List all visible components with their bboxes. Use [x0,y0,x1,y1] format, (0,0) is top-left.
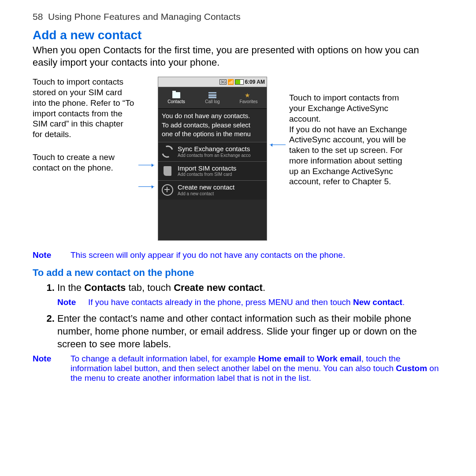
figure-row: Touch to import contacts stored on your … [33,77,443,240]
battery-icon [235,79,244,85]
tab-favorites[interactable]: ★ Favorites [231,87,267,108]
tab-call-log[interactable]: Call log [194,87,231,108]
3g-icon: 3G [219,79,227,85]
list-icon [208,92,216,98]
step1-note: Note If you have contacts already in the… [57,297,443,308]
section-intro: When you open Contacts for the first tim… [33,44,443,69]
plus-icon [162,184,173,196]
s1-mid: tab, touch [126,282,174,293]
note-label: Note [33,250,57,260]
opt-title: Import SIM contacts [178,165,236,172]
step-2: Enter the contact’s name and other conta… [57,312,443,350]
leader-line [270,145,286,145]
star-icon: ★ [245,92,253,98]
tab-contacts[interactable]: Contacts [158,87,194,108]
status-bar: 3G 📶 6:09 AM [158,77,267,87]
note-text: This screen will only appear if you do n… [71,250,345,260]
empty-l1: You do not have any contacts. [162,112,263,120]
option-sync-exchange[interactable]: Sync Exchange contacts Add contacts from… [158,142,267,161]
sim-icon [162,165,173,177]
status-time: 6:09 AM [245,79,265,85]
tab-label: Contacts [167,99,185,104]
s1n-bold: New contact [353,298,402,307]
leader-line [138,186,154,187]
page-number: 58 [33,11,43,22]
steps-list: In the Contacts tab, touch Create new co… [33,281,443,350]
subheading: To add a new contact on the phone [33,267,443,279]
opt-sub: Add a new contact [178,191,234,197]
tab-label: Favorites [239,99,257,104]
note-label: Note [57,297,78,308]
phone-tabs: Contacts Call log ★ Favorites [158,87,267,109]
s1-pre: In the [57,282,84,293]
opt-title: Sync Exchange contacts [178,145,251,153]
s1-post: . [263,282,265,293]
leader-line [138,165,154,165]
opt-sub: Add contacts from an Exchange acco [178,153,251,158]
note-label: Note [33,354,57,383]
callout-sim: Touch to import contacts stored on your … [33,77,135,140]
note-change-label: Note To change a default information lab… [33,354,443,383]
note-screen-appear: Note This screen will only appear if you… [33,250,443,260]
opt-title: Create new contact [178,184,234,191]
option-import-sim[interactable]: Import SIM contacts Add contacts from SI… [158,161,267,181]
empty-message: You do not have any contacts. To add con… [158,109,267,142]
s1-b1: Contacts [84,282,126,293]
callout-create: Touch to create a new contact on the pho… [33,152,135,173]
note-body: To change a default information label, f… [71,354,443,383]
note-body: If you have contacts already in the phon… [88,297,405,308]
sync-icon [162,146,173,157]
callout-exchange: Touch to import contacts from your Excha… [289,77,413,187]
empty-l2: To add contacts, please select one of th… [162,121,263,139]
phone-mock: 3G 📶 6:09 AM Contacts Call log ★ [158,77,267,240]
s1n-end: . [402,298,405,307]
folder-icon [172,92,180,98]
signal-icon: 📶 [227,79,234,85]
page-header: 58 Using Phone Features and Managing Con… [33,11,443,22]
chapter-title: Using Phone Features and Managing Contac… [48,11,241,22]
s1n-text: If you have contacts already in the phon… [88,298,353,307]
s1-b2: Create new contact [174,282,263,293]
opt-sub: Add contacts from SIM card [178,172,236,177]
step-1: In the Contacts tab, touch Create new co… [57,281,443,308]
option-create-new[interactable]: Create new contact Add a new contact [158,180,267,200]
phone-empty-area [158,200,267,240]
tab-label: Call log [205,99,219,104]
section-title: Add a new contact [33,28,443,42]
